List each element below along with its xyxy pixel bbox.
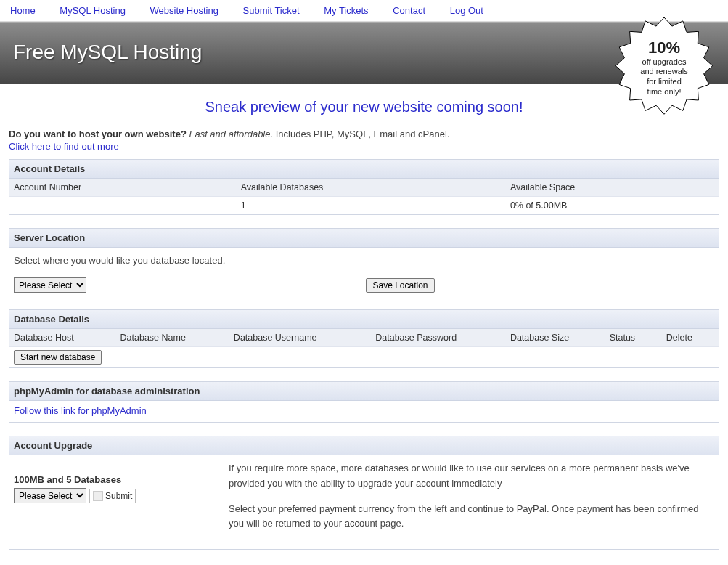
upgrade-desc-1: If you require more space, more database… <box>229 461 714 492</box>
upgrade-submit-button[interactable]: Submit <box>89 489 136 503</box>
nav-mysql-hosting[interactable]: MySQL Hosting <box>60 5 126 16</box>
upgrade-plan-label: 100MB and 5 Databases <box>14 474 217 485</box>
table-row: 1 0% of 5.00MB <box>9 197 719 215</box>
account-upgrade-title: Account Upgrade <box>9 436 719 455</box>
promo-starburst: 10% off upgrades and renewals for limite… <box>613 17 715 119</box>
upgrade-desc-2: Select your preferred payment currency f… <box>229 502 714 532</box>
account-details-panel: Account Details Account Number Available… <box>9 159 719 215</box>
col-db-size: Database Size <box>506 329 605 347</box>
page-header: Free MySQL Hosting 10% off upgrades and … <box>0 22 728 84</box>
cell-account-number <box>9 197 237 215</box>
page-title: Free MySQL Hosting <box>13 41 715 64</box>
nav-submit-ticket[interactable]: Submit Ticket <box>243 5 300 16</box>
host-own-link[interactable]: Click here to find out more <box>9 141 119 152</box>
save-location-button[interactable]: Save Location <box>366 278 434 293</box>
col-db-username: Database Username <box>229 329 371 347</box>
phpmyadmin-link[interactable]: Follow this link for phpMyAdmin <box>14 405 147 416</box>
server-location-title: Server Location <box>9 229 719 248</box>
host-own-text: Do you want to host your own website? Fa… <box>9 129 719 139</box>
phpmyadmin-panel: phpMyAdmin for database administration F… <box>9 381 719 423</box>
account-upgrade-panel: Account Upgrade 100MB and 5 Databases Pl… <box>9 436 719 550</box>
col-db-password: Database Password <box>371 329 506 347</box>
promo-line4: time only! <box>647 87 681 97</box>
col-db-name: Database Name <box>116 329 229 347</box>
col-db-status: Status <box>605 329 662 347</box>
nav-my-tickets[interactable]: My Tickets <box>324 5 368 16</box>
start-new-database-button[interactable]: Start new database <box>14 350 102 365</box>
phpmyadmin-title: phpMyAdmin for database administration <box>9 382 719 401</box>
nav-website-hosting[interactable]: Website Hosting <box>150 5 218 16</box>
nav-logout[interactable]: Log Out <box>450 5 483 16</box>
cell-available-databases: 1 <box>237 197 506 215</box>
cell-available-space: 0% of 5.00MB <box>506 197 719 215</box>
database-details-title: Database Details <box>9 310 719 329</box>
server-location-desc: Select where you would like you database… <box>14 255 714 266</box>
promo-line2: and renewals <box>640 67 687 77</box>
nav-contact[interactable]: Contact <box>393 5 425 16</box>
col-db-delete: Delete <box>662 329 719 347</box>
promo-line1: off upgrades <box>642 57 687 68</box>
nav-home[interactable]: Home <box>10 5 36 16</box>
col-db-host: Database Host <box>9 329 116 347</box>
server-location-panel: Server Location Select where you would l… <box>9 228 719 296</box>
account-details-title: Account Details <box>9 160 719 179</box>
col-account-number: Account Number <box>9 179 237 197</box>
col-available-space: Available Space <box>506 179 719 197</box>
upgrade-currency-select[interactable]: Please Select <box>14 488 86 503</box>
database-details-panel: Database Details Database Host Database … <box>9 309 719 368</box>
col-available-databases: Available Databases <box>237 179 506 197</box>
server-location-select[interactable]: Please Select <box>14 277 86 293</box>
promo-percentage: 10% <box>648 39 680 57</box>
promo-line3: for limited <box>647 77 682 87</box>
